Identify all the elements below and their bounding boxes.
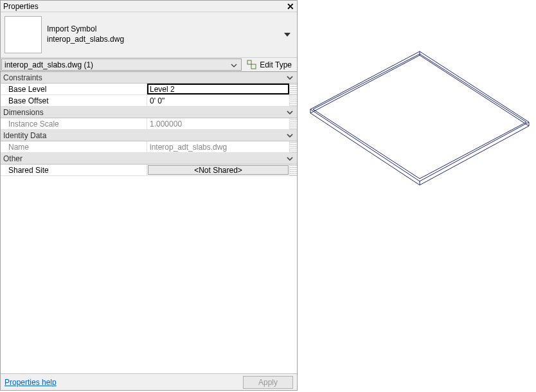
prop-row-base-level: Base Level Level 2	[1, 84, 297, 95]
edit-type-button[interactable]: Edit Type	[242, 58, 296, 71]
svg-rect-1	[251, 64, 256, 69]
type-name-label: interop_adt_slabs.dwg	[47, 35, 281, 45]
panel-title: Properties	[3, 2, 285, 11]
prop-row-base-offset: Base Offset 0' 0"	[1, 95, 297, 107]
type-selector-row[interactable]: Import Symbol interop_adt_slabs.dwg	[1, 12, 297, 57]
base-level-field[interactable]: Level 2	[147, 84, 289, 94]
prop-label: Name	[1, 141, 147, 152]
instance-selector-text: interop_adt_slabs.dwg (1)	[4, 60, 229, 69]
collapse-icon[interactable]	[285, 132, 294, 139]
properties-help-link[interactable]: Properties help	[4, 378, 238, 387]
type-text: Import Symbol interop_adt_slabs.dwg	[47, 24, 281, 44]
prop-label: Shared Site	[1, 165, 147, 175]
svg-marker-4	[310, 55, 529, 185]
row-grip	[289, 165, 297, 175]
slab-drawing	[304, 45, 535, 199]
property-grid: Constraints Base Level Level 2 Base Offs…	[1, 71, 297, 373]
group-label: Constraints	[3, 73, 285, 82]
collapse-icon[interactable]	[285, 155, 294, 163]
row-grip	[289, 84, 297, 94]
properties-panel: Properties ✕ Import Symbol interop_adt_s…	[0, 0, 298, 391]
name-field: interop_adt_slabs.dwg	[147, 141, 289, 152]
group-label: Other	[3, 154, 285, 163]
apply-button: Apply	[243, 376, 293, 389]
panel-header: Properties ✕	[1, 1, 297, 12]
type-family-label: Import Symbol	[47, 24, 281, 35]
group-label: Identity Data	[3, 131, 285, 140]
group-identity[interactable]: Identity Data	[1, 130, 297, 141]
prop-label: Instance Scale	[1, 118, 147, 129]
group-constraints[interactable]: Constraints	[1, 72, 297, 84]
prop-row-shared-site: Shared Site <Not Shared>	[1, 165, 297, 176]
instance-selector-combo[interactable]: interop_adt_slabs.dwg (1)	[1, 58, 242, 71]
svg-rect-0	[247, 60, 251, 64]
type-thumbnail	[4, 16, 42, 53]
chevron-down-icon	[229, 60, 238, 69]
group-dimensions[interactable]: Dimensions	[1, 107, 297, 118]
shared-site-cell: <Not Shared>	[147, 165, 289, 175]
group-label: Dimensions	[3, 108, 285, 117]
panel-footer: Properties help Apply	[1, 373, 297, 390]
prop-row-instance-scale: Instance Scale 1.000000	[1, 118, 297, 130]
row-grip	[289, 95, 297, 106]
group-other[interactable]: Other	[1, 153, 297, 165]
instance-scale-field: 1.000000	[147, 118, 289, 129]
svg-marker-2	[310, 51, 529, 181]
base-offset-field[interactable]: 0' 0"	[147, 95, 289, 106]
close-icon[interactable]: ✕	[285, 1, 296, 12]
prop-label: Base Offset	[1, 95, 147, 106]
row-grip	[289, 141, 297, 152]
prop-label: Base Level	[1, 84, 147, 94]
type-dropdown-icon[interactable]	[281, 33, 293, 37]
collapse-icon[interactable]	[285, 74, 294, 82]
svg-marker-3	[313, 54, 526, 179]
prop-row-name: Name interop_adt_slabs.dwg	[1, 141, 297, 153]
model-viewport[interactable]	[298, 0, 536, 392]
shared-site-button[interactable]: <Not Shared>	[148, 165, 289, 175]
edit-type-icon	[247, 60, 257, 70]
row-grip	[289, 118, 297, 129]
collapse-icon[interactable]	[285, 109, 294, 116]
instance-selector-row: interop_adt_slabs.dwg (1) Edit Type	[1, 57, 297, 71]
edit-type-label: Edit Type	[260, 60, 292, 69]
